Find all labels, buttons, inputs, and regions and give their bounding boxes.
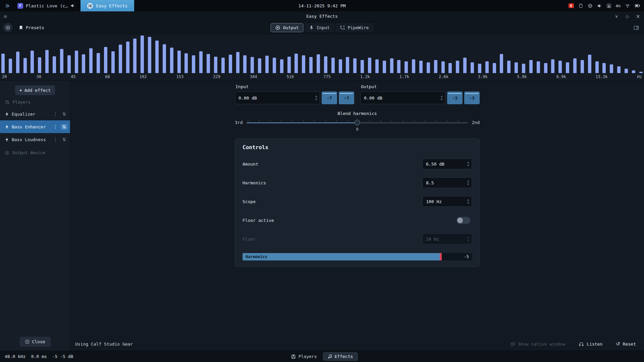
floor-active-toggle[interactable] <box>457 217 471 224</box>
spectrum-bar <box>97 53 100 73</box>
blend-harmonics-section: Blend harmonics 3rd 2nd 0 <box>235 111 480 132</box>
players-tab-icon <box>291 354 296 359</box>
battery-icon[interactable] <box>635 3 641 8</box>
slider-thumb[interactable] <box>355 120 360 125</box>
spin-arrows-icon[interactable] <box>467 196 469 206</box>
menu-dots-icon[interactable] <box>52 124 59 129</box>
harmonics-spinbutton[interactable]: 8.5 <box>422 177 472 188</box>
amount-label: Amount <box>243 162 258 167</box>
sidebar-item-equalizer[interactable]: Equalizer <box>0 108 70 120</box>
drag-handle-icon[interactable] <box>61 111 67 117</box>
add-effect-button[interactable]: Add effect <box>15 85 55 95</box>
menu-dots-icon[interactable] <box>52 111 59 117</box>
spectrum-bar <box>45 50 49 73</box>
spin-arrows-icon[interactable] <box>467 159 469 169</box>
close-window-icon[interactable] <box>635 13 641 19</box>
easy-effects-window: Easy Effects Presets <box>0 11 644 362</box>
maximize-icon[interactable] <box>625 14 630 19</box>
spectrum-bar <box>302 55 305 73</box>
browser-icon[interactable] <box>588 3 593 8</box>
input-gain-group: Input 0.00 dB -7 -7 <box>235 84 354 104</box>
system-top-bar: F Plastic Love (c… Easy Effects 14-11-20… <box>0 0 644 11</box>
spectrum-bar <box>500 54 503 73</box>
spectrum-bar <box>471 62 474 73</box>
notification-badge[interactable]: 6 <box>569 3 574 8</box>
freq-label: 775 <box>323 74 331 79</box>
drag-handle-icon[interactable] <box>61 137 67 142</box>
scope-spinbutton[interactable]: 100 Hz <box>422 196 472 207</box>
spectrum-bar <box>617 66 621 73</box>
status-bar: 48.0 kHz 0.0 ms -5 -5 dB Players Effects <box>0 351 644 362</box>
spectrum-bar <box>170 48 173 73</box>
launcher-icon[interactable] <box>3 0 12 11</box>
reset-button[interactable]: Reset <box>614 341 638 347</box>
spin-arrows-icon[interactable] <box>315 92 317 104</box>
spectrum-bar <box>31 51 34 73</box>
input-label: Input <box>235 84 354 89</box>
sidebar-item-bass-loudness[interactable]: Bass Loudness <box>0 133 70 146</box>
keyboard-layout-indicator[interactable]: au <box>616 3 621 8</box>
media-app-label: Plastic Love (c… <box>26 3 68 8</box>
drag-handle-icon[interactable] <box>61 124 67 130</box>
frequency-scale: 203045681021532293445167751.2k1.7k2.6k3.… <box>1 73 643 80</box>
wifi-icon[interactable] <box>625 3 630 8</box>
taskbar-media-app[interactable]: F Plastic Love (c… <box>14 0 78 11</box>
harmonics-meter-peak <box>440 253 442 260</box>
output-gain-spinbutton[interactable]: 0.00 dB <box>360 92 445 104</box>
spectrum-bar <box>573 58 577 73</box>
spin-arrows-icon[interactable] <box>467 178 469 188</box>
meter-value: -3 <box>469 96 475 101</box>
output-level-meter-left: -3 <box>447 92 463 104</box>
menu-dots-icon[interactable] <box>52 137 59 142</box>
taskbar-easy-effects[interactable]: Easy Effects <box>80 0 134 11</box>
spectrum-bar <box>177 51 181 73</box>
sidebar-item-bass-enhancer[interactable]: Bass Enhancer <box>0 120 70 133</box>
spectrum-bar <box>544 63 547 73</box>
spectrum-bar <box>155 41 159 73</box>
bottom-view-switcher: Players Effects <box>286 352 358 361</box>
tab-output[interactable]: Output <box>271 23 304 32</box>
amount-spinbutton[interactable]: 6.50 dB <box>422 159 472 169</box>
input-gain-spinbutton[interactable]: 0.00 dB <box>235 92 320 104</box>
audio-stats: 48.0 kHz 0.0 ms -5 -5 dB <box>5 354 73 359</box>
output-tab-icon <box>275 25 280 30</box>
blend-min-label: 3rd <box>235 120 243 125</box>
harmonics-level-meter: Harmonics -5 <box>243 253 472 260</box>
global-bypass-icon[interactable] <box>3 23 12 32</box>
close-app-icon <box>25 340 29 344</box>
app-menu-icon[interactable] <box>2 13 9 20</box>
spectrum-bar <box>163 44 166 73</box>
sidebar-toggle-icon[interactable] <box>632 23 641 32</box>
spectrum-bar <box>383 61 386 73</box>
reset-icon <box>616 341 620 347</box>
io-row: Input 0.00 dB -7 -7 Output <box>235 84 480 104</box>
freq-label: 8.9k <box>556 74 566 79</box>
harmonics-row: Harmonics 8.5 <box>243 177 472 188</box>
user-agent-icon[interactable] <box>606 3 611 8</box>
volume-icon[interactable] <box>597 3 602 8</box>
spectrum-bar <box>566 62 569 73</box>
spectrum-bar <box>82 54 85 73</box>
presets-button[interactable]: Presets <box>16 23 47 32</box>
clock[interactable]: 14-11-2025 9:42 PM <box>299 3 346 8</box>
minimize-icon[interactable] <box>614 14 619 19</box>
spectrum-bar <box>251 57 254 73</box>
spectrum-bar <box>368 58 371 73</box>
close-app-button[interactable]: Close <box>19 337 50 347</box>
amount-row: Amount 6.50 dB <box>243 159 472 169</box>
spin-arrows-icon[interactable] <box>440 92 443 104</box>
players-section-label: Players <box>0 97 70 108</box>
listen-button[interactable]: Listen <box>577 341 604 347</box>
freq-label: 45 <box>71 74 75 79</box>
row-actions <box>52 124 67 130</box>
tab-effects[interactable]: Effects <box>323 352 358 361</box>
tab-input[interactable]: Input <box>305 23 334 32</box>
tab-players[interactable]: Players <box>286 352 322 361</box>
headphones-icon <box>579 341 584 347</box>
output-device-icon <box>5 150 9 155</box>
clipboard-icon[interactable] <box>578 3 583 8</box>
blend-harmonics-slider[interactable] <box>247 119 468 126</box>
window-controls <box>614 11 641 21</box>
tab-pipewire[interactable]: PipeWire <box>335 23 374 32</box>
spectrum-bar <box>60 49 63 73</box>
